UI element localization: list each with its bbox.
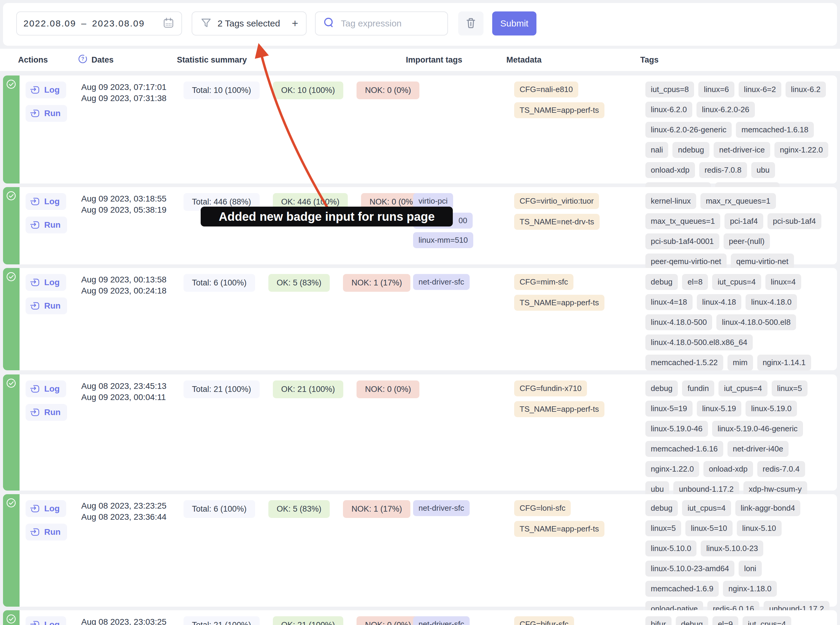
tag-badge[interactable]: net-driver-ice (714, 142, 770, 158)
tag-badge[interactable]: el=9 (712, 616, 738, 625)
tag-badge[interactable]: max_tx_queues=1 (646, 213, 720, 229)
tag-badge[interactable]: iut_cpus=4 (712, 274, 761, 290)
date-range-picker[interactable]: 2022.08.09 – 2023.08.09 (16, 11, 182, 36)
metadata-badge[interactable]: CFG=nali-e810 (514, 81, 578, 98)
tag-badge[interactable]: nginx-1.14.1 (757, 354, 811, 370)
important-tag-badge[interactable]: net-driver-sfc (413, 500, 470, 516)
tag-badge[interactable]: linux-5.19.0-46 (646, 421, 708, 437)
run-button[interactable]: Run (26, 404, 67, 421)
tag-badge[interactable]: pci-sub-1af4-0001 (646, 233, 719, 249)
clear-filters-button[interactable] (458, 11, 484, 36)
tag-badge[interactable]: net-driver-i40e (728, 441, 789, 457)
log-button[interactable]: Log (26, 274, 66, 291)
important-tag-badge[interactable]: net-driver-sfc (413, 274, 470, 290)
tag-badge[interactable]: linux-5.10.0 (646, 541, 697, 557)
tag-badge[interactable]: linux-4=18 (646, 294, 692, 310)
tag-badge[interactable]: linux-6.2.0-26 (697, 102, 755, 118)
search-input[interactable] (341, 18, 441, 29)
tag-badge[interactable]: linux-6=2 (739, 81, 781, 98)
tag-badge[interactable]: iut_cpus=8 (646, 81, 694, 98)
tag-badge[interactable]: memcached-1.6.9 (646, 581, 719, 597)
metadata-badge[interactable]: TS_NAME=app-perf-ts (514, 521, 604, 537)
tag-badge[interactable]: memcached-1.6.18 (736, 122, 814, 138)
tag-badge[interactable]: qemu-virtio-net (731, 253, 794, 269)
tag-badge[interactable]: linux=5 (772, 381, 807, 396)
tag-badge[interactable]: linux-5.19.0 (745, 401, 797, 417)
tag-badge[interactable]: debug (646, 381, 678, 396)
tag-badge[interactable]: link-aggr-bond4 (735, 500, 801, 516)
tag-badge[interactable]: linux-5=19 (646, 401, 692, 417)
log-button[interactable]: Log (26, 381, 66, 397)
tag-badge[interactable]: linux=4 (765, 274, 801, 290)
tag-badge[interactable]: iut_cpus=4 (682, 500, 731, 516)
tag-badge[interactable]: linux-4.18 (697, 294, 742, 310)
tag-badge[interactable]: memcached-1.6.16 (646, 441, 723, 457)
tag-badge[interactable]: peer-qemu-virtio-net (646, 253, 726, 269)
metadata-badge[interactable]: CFG=loni-sfc (514, 500, 571, 516)
metadata-badge[interactable]: TS_NAME=app-perf-ts (514, 295, 604, 311)
tag-badge[interactable]: pci-sub-1af4 (767, 213, 821, 229)
log-button[interactable]: Log (26, 81, 66, 98)
metadata-badge[interactable]: CFG=fundin-x710 (514, 381, 587, 396)
tag-badge[interactable]: linux-5=10 (685, 520, 733, 536)
tag-badge[interactable]: loni (739, 561, 761, 577)
tag-badge[interactable]: iut_cpus=4 (719, 381, 767, 396)
tag-badge[interactable]: debug (646, 274, 678, 290)
metadata-badge[interactable]: TS_NAME=app-perf-ts (514, 102, 604, 118)
tag-badge[interactable]: linux=6 (698, 81, 734, 98)
tags-selected-button[interactable]: 2 Tags selected + (191, 11, 306, 36)
add-tag-icon[interactable]: + (292, 17, 298, 30)
submit-button[interactable]: Submit (492, 11, 537, 36)
tag-badge[interactable]: max_rx_queues=1 (700, 193, 776, 209)
tag-badge[interactable]: debug (646, 500, 678, 516)
help-icon[interactable]: ? (78, 54, 88, 66)
tag-badge[interactable]: linux-6.2 (786, 81, 826, 98)
tag-badge[interactable]: linux-6.2.0 (646, 102, 692, 118)
metadata-badge[interactable]: CFG=mim-sfc (514, 274, 574, 290)
tag-badge[interactable]: nginx-1.18.0 (723, 581, 777, 597)
log-button[interactable]: Log (26, 193, 66, 210)
tag-expression-search[interactable] (315, 11, 448, 36)
tag-badge[interactable]: fundin (682, 381, 714, 396)
metadata-badge[interactable]: CFG=virtio_virtio:tuor (514, 193, 599, 209)
tag-badge[interactable]: peer-(null) (723, 233, 770, 249)
tag-badge[interactable]: linux-5.10 (737, 520, 782, 536)
important-tag-badge[interactable]: linux-mm=510 (413, 232, 473, 248)
tag-badge[interactable]: linux-5.10.0-23 (701, 541, 763, 557)
log-button[interactable]: Log (26, 616, 66, 625)
tag-badge[interactable]: bifur (646, 616, 672, 625)
tag-badge[interactable]: memcached-1.5.22 (646, 354, 723, 370)
tag-badge[interactable]: linux-4.18.0-500 (646, 314, 712, 330)
tag-badge[interactable]: nginx-1.22.0 (775, 142, 828, 158)
tag-badge[interactable]: nali (646, 142, 668, 158)
tag-badge[interactable]: redis-7.0.8 (699, 162, 747, 178)
run-button[interactable]: Run (26, 297, 67, 314)
calendar-icon[interactable] (162, 17, 175, 30)
tag-badge[interactable]: linux-5.10.0-23-amd64 (646, 561, 734, 577)
run-button[interactable]: Run (26, 524, 67, 541)
tag-badge[interactable]: linux-4.18.0 (745, 294, 797, 310)
tag-badge[interactable]: mim (728, 354, 753, 370)
important-tag-badge[interactable]: net-driver-sfc (413, 616, 470, 625)
tag-badge[interactable]: redis-7.0.4 (757, 461, 805, 477)
tag-badge[interactable]: linux-6.2.0-26-generic (646, 122, 732, 138)
tag-badge[interactable]: kernel-linux (646, 193, 696, 209)
tag-badge[interactable]: ubu (751, 162, 775, 178)
tag-badge[interactable]: linux-5.19.0-46-generic (712, 421, 803, 437)
tag-badge[interactable]: linux-4.18.0-500.el8 (716, 314, 796, 330)
metadata-badge[interactable]: TS_NAME=net-drv-ts (514, 214, 600, 230)
tag-badge[interactable]: iut_cpus=4 (742, 616, 791, 625)
run-button[interactable]: Run (26, 216, 67, 233)
metadata-badge[interactable]: CFG=bifur-sfc (514, 616, 574, 625)
tag-badge[interactable]: linux-5.19 (697, 401, 742, 417)
tag-badge[interactable]: ndebug (672, 142, 709, 158)
tag-badge[interactable]: el=8 (682, 274, 708, 290)
tag-badge[interactable]: debug (676, 616, 708, 625)
tag-badge[interactable]: pci-1af4 (725, 213, 763, 229)
tag-badge[interactable]: nginx-1.22.0 (646, 461, 699, 477)
log-button[interactable]: Log (26, 500, 66, 517)
run-button[interactable]: Run (26, 105, 67, 122)
tag-badge[interactable]: linux-4.18.0-500.el8.x86_64 (646, 334, 753, 350)
metadata-badge[interactable]: TS_NAME=app-perf-ts (514, 401, 604, 417)
tag-badge[interactable]: onload-xdp (646, 162, 695, 178)
